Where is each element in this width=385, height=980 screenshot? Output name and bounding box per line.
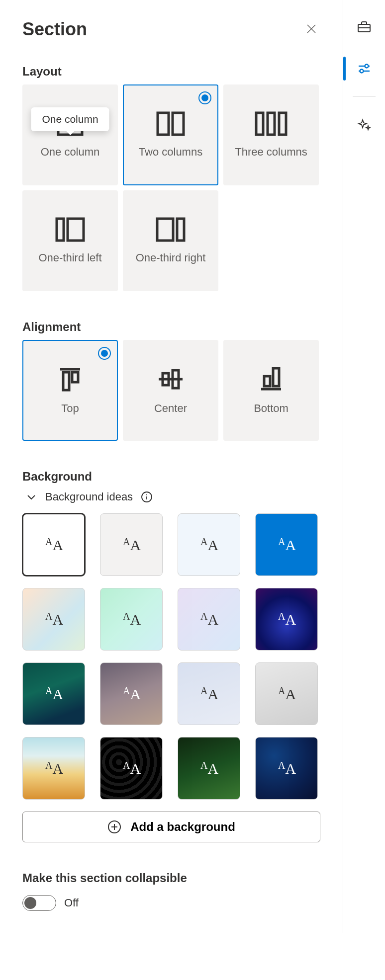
sparkle-icon — [357, 118, 371, 132]
rail-divider — [353, 96, 376, 97]
background-swatch-gradient-2[interactable]: AA — [100, 588, 163, 651]
background-swatch-gradient-1[interactable]: AA — [22, 588, 85, 651]
layout-option-label: One-third right — [133, 250, 209, 265]
background-swatch-gradient-6[interactable]: AA — [100, 662, 163, 725]
swatch-preview-icon: AA — [45, 685, 62, 703]
layout-option-one-column[interactable]: One column One column — [22, 84, 118, 185]
layout-option-three-columns[interactable]: Three columns — [223, 84, 319, 185]
plus-circle-icon — [107, 820, 121, 834]
alignment-option-center[interactable]: Center — [123, 340, 218, 441]
background-swatch-image-1[interactable]: AA — [22, 737, 85, 800]
swatch-preview-icon: AA — [45, 611, 62, 628]
swatch-preview-icon: AA — [123, 536, 140, 554]
swatch-preview-icon: AA — [45, 760, 62, 777]
sliders-icon — [357, 61, 372, 76]
swatch-preview-icon: AA — [200, 536, 217, 554]
panel-header: Section — [22, 19, 320, 40]
collapsible-toggle-row: Off — [22, 895, 320, 911]
layout-option-label: Two columns — [136, 145, 205, 160]
selected-indicator-icon — [198, 91, 211, 104]
background-swatch-blue[interactable]: AA — [255, 513, 318, 576]
svg-point-23 — [146, 494, 147, 495]
info-icon[interactable] — [141, 491, 153, 503]
close-icon — [305, 23, 317, 35]
alignment-option-label: Bottom — [251, 401, 291, 416]
swatch-preview-icon: AA — [278, 611, 295, 628]
svg-rect-9 — [68, 219, 84, 241]
background-swatch-image-4[interactable]: AA — [255, 737, 318, 800]
swatch-preview-icon: AA — [123, 611, 140, 628]
one-third-left-icon — [55, 217, 85, 243]
background-swatch-gradient-4[interactable]: AA — [255, 588, 318, 651]
background-label: Background — [22, 470, 320, 484]
svg-rect-4 — [173, 113, 184, 135]
swatch-preview-icon: AA — [278, 760, 295, 777]
rail-toolbox[interactable] — [350, 13, 378, 41]
add-background-label: Add a background — [130, 820, 235, 834]
add-background-button[interactable]: Add a background — [22, 812, 320, 842]
layout-option-label: One column — [38, 145, 103, 160]
collapsible-toggle[interactable] — [22, 895, 56, 911]
swatch-preview-icon: AA — [200, 760, 217, 777]
background-ideas-label: Background ideas — [45, 490, 133, 503]
swatch-preview-icon: AA — [278, 685, 295, 703]
background-swatch-image-3[interactable]: AA — [178, 737, 240, 800]
svg-point-32 — [360, 70, 364, 73]
background-swatches: AA AA AA AA AA AA AA AA AA AA AA AA AA A… — [22, 513, 320, 800]
background-swatch-grey[interactable]: AA — [100, 513, 163, 576]
svg-rect-13 — [63, 372, 69, 390]
layout-option-two-columns[interactable]: Two columns — [123, 84, 218, 185]
layout-option-one-third-right[interactable]: One-third right — [123, 190, 218, 291]
layout-label: Layout — [22, 65, 320, 79]
background-swatch-image-2[interactable]: AA — [100, 737, 163, 800]
svg-rect-14 — [72, 372, 78, 382]
layout-option-label: One-third left — [35, 250, 104, 265]
background-swatch-gradient-3[interactable]: AA — [178, 588, 240, 651]
toggle-state-label: Off — [64, 897, 79, 909]
section-properties-panel: Section Layout One column One column Two… — [0, 0, 343, 933]
three-columns-icon — [255, 111, 288, 137]
swatch-preview-icon: AA — [200, 611, 217, 628]
alignment-option-top[interactable]: Top — [22, 340, 118, 441]
right-rail — [343, 0, 385, 933]
rail-sparkle[interactable] — [350, 111, 378, 139]
background-swatch-gradient-5[interactable]: AA — [22, 662, 85, 725]
toggle-knob-icon — [24, 897, 36, 909]
align-center-icon — [157, 365, 185, 393]
toolbox-icon — [357, 19, 372, 34]
svg-rect-6 — [268, 113, 275, 135]
close-button[interactable] — [302, 20, 320, 39]
swatch-preview-icon: AA — [45, 536, 62, 554]
alignment-option-bottom[interactable]: Bottom — [223, 340, 319, 441]
selected-indicator-icon — [98, 347, 111, 360]
svg-rect-19 — [264, 376, 270, 386]
one-third-right-icon — [156, 217, 186, 243]
swatch-preview-icon: AA — [200, 685, 217, 703]
svg-rect-5 — [256, 113, 263, 135]
background-swatch-white[interactable]: AA — [22, 513, 85, 576]
swatch-preview-icon: AA — [123, 685, 140, 703]
background-ideas-toggle[interactable]: Background ideas — [25, 490, 320, 503]
alignment-label: Alignment — [22, 320, 320, 334]
align-top-icon — [56, 365, 84, 393]
svg-rect-10 — [157, 219, 173, 241]
background-swatch-gradient-7[interactable]: AA — [178, 662, 240, 725]
collapsible-label: Make this section collapsible — [22, 871, 320, 885]
layout-option-label: Three columns — [232, 145, 310, 160]
two-columns-icon — [156, 111, 186, 137]
background-swatch-gradient-8[interactable]: AA — [255, 662, 318, 725]
layout-options: One column One column Two columns Three … — [22, 84, 320, 291]
panel-title: Section — [22, 19, 87, 40]
layout-option-one-third-left[interactable]: One-third left — [22, 190, 118, 291]
align-bottom-icon — [257, 365, 285, 393]
alignment-option-label: Top — [58, 401, 82, 416]
tooltip: One column — [31, 107, 109, 131]
svg-rect-3 — [158, 113, 169, 135]
rail-settings[interactable] — [350, 55, 378, 82]
background-swatch-paleblue[interactable]: AA — [178, 513, 240, 576]
alignment-options: Top Center Bottom — [22, 340, 320, 441]
svg-rect-7 — [279, 113, 286, 135]
svg-rect-8 — [57, 219, 64, 241]
svg-point-30 — [365, 65, 369, 68]
svg-rect-11 — [177, 219, 184, 241]
